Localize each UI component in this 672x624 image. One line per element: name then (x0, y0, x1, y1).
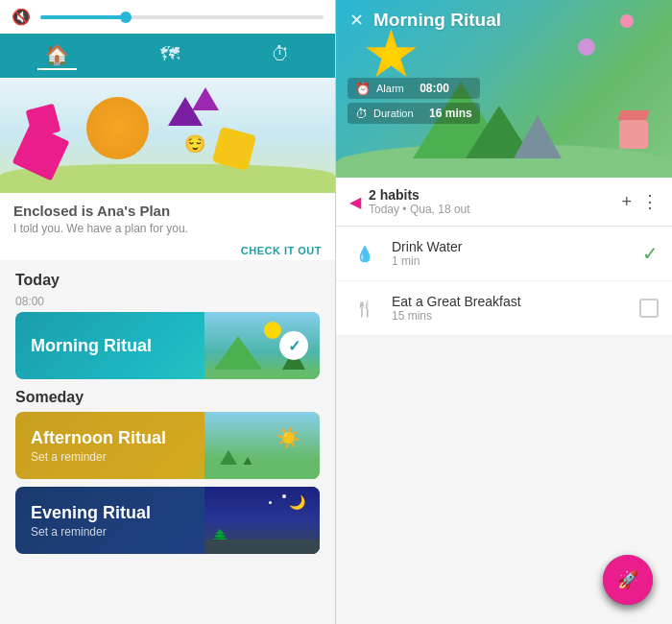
food-icon: 🍴 (349, 293, 380, 324)
morning-ritual-name: Morning Ritual (31, 336, 189, 356)
habit-water-info: Drink Water 1 min (392, 239, 642, 268)
ds-ball (578, 38, 595, 56)
nav-tabs: 🏠 🗺 ⏱ (0, 34, 335, 78)
evening-ritual-card[interactable]: Evening Ritual Set a reminder 🌙 🌲 (15, 487, 320, 554)
habit-list-arrow-icon[interactable]: ◀ (349, 193, 361, 211)
habit-count: 2 habits (369, 187, 621, 203)
morning-ritual-card[interactable]: Morning Ritual ✓ (15, 312, 320, 379)
evening-ritual-label: Evening Ritual Set a reminder (15, 503, 204, 539)
right-panel-wrapper: ✕ Morning Ritual ⏰ Alarm 08:00 ⏱ Duratio… (336, 0, 672, 624)
ds-cube-top (617, 110, 650, 120)
morning-mountain (214, 336, 262, 370)
afternoon-ritual-card[interactable]: Afternoon Ritual Set a reminder ☀️ (15, 412, 320, 479)
volume-bar: 🔇 (0, 0, 335, 34)
today-label: Today (15, 272, 320, 289)
habit-item-breakfast[interactable]: 🍴 Eat a Great Breakfast 15 mins (336, 281, 672, 336)
close-button[interactable]: ✕ (349, 10, 364, 31)
alarm-info: ⏰ Alarm 08:00 (348, 78, 480, 99)
promo-text: Enclosed is Ana's Plan I told you. We ha… (0, 193, 335, 241)
ds-pyramid (514, 115, 562, 158)
afternoon-ritual-label: Afternoon Ritual Set a reminder (15, 428, 204, 464)
promo-card[interactable]: 😌 Enclosed is Ana's Plan I told you. We … (0, 78, 335, 260)
promo-subtitle: I told you. We have a plan for you. (13, 222, 322, 235)
right-fab-icon: 🚀 (617, 569, 638, 590)
duration-icon: ⏱ (355, 107, 368, 121)
someday-section: Someday Afternoon Ritual Set a reminder … (15, 389, 320, 554)
alarm-value: 08:00 (420, 82, 449, 95)
morning-check-icon: ✓ (279, 331, 308, 360)
afternoon-scene: ☀️ (204, 412, 320, 479)
detail-header: ✕ Morning Ritual ⏰ Alarm 08:00 ⏱ Duratio… (336, 0, 672, 178)
habit-water-check[interactable]: ✓ (642, 242, 659, 265)
duration-label: Duration (373, 108, 414, 119)
left-panel: 🔇 🏠 🗺 ⏱ 😌 Enclosed is Ana's Plan I told … (0, 0, 335, 624)
evening-ritual-name: Evening Ritual (31, 503, 189, 523)
habit-water-duration: 1 min (392, 254, 642, 268)
habit-list-header: ◀ 2 habits Today • Qua, 18 out + ⋮ (336, 178, 672, 227)
duration-info: ⏱ Duration 16 mins (348, 103, 480, 124)
habit-breakfast-duration: 15 mins (392, 309, 639, 323)
habit-more-button[interactable]: ⋮ (641, 191, 659, 212)
volume-slider[interactable] (40, 15, 324, 19)
habit-item-water[interactable]: 💧 Drink Water 1 min ✓ (336, 227, 672, 281)
habit-count-group: 2 habits Today • Qua, 18 out (369, 187, 621, 216)
tab-timer[interactable]: ⏱ (263, 41, 298, 70)
tab-home[interactable]: 🏠 (37, 41, 77, 70)
sun-face: 😌 (184, 133, 205, 155)
alarm-icon: ⏰ (355, 82, 371, 96)
promo-action-label[interactable]: CHECK IT OUT (241, 245, 322, 256)
afternoon-ritual-sub: Set a reminder (31, 450, 189, 464)
habit-date: Today • Qua, 18 out (369, 203, 610, 216)
habit-breakfast-checkbox[interactable] (639, 299, 659, 318)
morning-sun (264, 322, 281, 339)
alarm-label: Alarm (376, 83, 404, 94)
afternoon-ritual-name: Afternoon Ritual (31, 428, 189, 448)
purple-triangle-2 (192, 87, 219, 110)
main-content: Today 08:00 Morning Ritual ✓ Someday Aft… (0, 260, 335, 624)
water-drop-icon: 💧 (349, 238, 380, 269)
tab-explore[interactable]: 🗺 (153, 41, 187, 70)
ds-cube (619, 120, 648, 149)
habit-breakfast-name: Eat a Great Breakfast (392, 294, 639, 309)
habit-add-button[interactable]: + (621, 192, 632, 212)
duration-value: 16 mins (429, 107, 472, 120)
detail-title-bar: ✕ Morning Ritual (336, 0, 672, 40)
promo-sun: 😌 (86, 97, 149, 159)
habit-water-name: Drink Water (392, 239, 642, 254)
today-time: 08:00 (15, 295, 320, 308)
right-panel: ✕ Morning Ritual ⏰ Alarm 08:00 ⏱ Duratio… (336, 0, 672, 624)
habit-breakfast-info: Eat a Great Breakfast 15 mins (392, 294, 639, 323)
detail-info-bar: ⏰ Alarm 08:00 ⏱ Duration 16 mins (336, 72, 492, 130)
speaker-icon: 🔇 (12, 8, 31, 26)
promo-action[interactable]: CHECK IT OUT (0, 241, 335, 260)
morning-ritual-label: Morning Ritual (15, 336, 204, 356)
promo-scene: 😌 (0, 78, 335, 193)
volume-dot (120, 12, 132, 23)
promo-title: Enclosed is Ana's Plan (13, 203, 322, 219)
volume-fill (40, 15, 126, 19)
evening-scene: 🌙 🌲 (204, 487, 320, 554)
evening-ritual-sub: Set a reminder (31, 525, 189, 539)
someday-label: Someday (15, 389, 320, 406)
detail-title: Morning Ritual (373, 10, 501, 31)
right-fab-button[interactable]: 🚀 (603, 555, 653, 605)
